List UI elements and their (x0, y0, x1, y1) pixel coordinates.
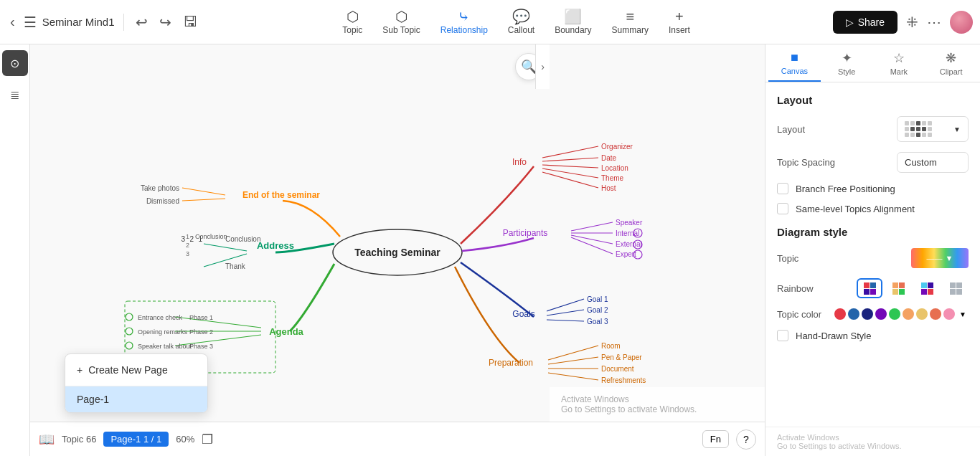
swatch-pink[interactable] (943, 308, 955, 320)
book-button[interactable]: 📖 (39, 432, 55, 447)
layout-selector[interactable]: ▼ (897, 116, 969, 142)
topic-tag[interactable]: Topic 66 (62, 434, 96, 445)
collapse-panel-button[interactable]: › (535, 44, 550, 89)
page-item[interactable]: Page-1 (65, 386, 207, 412)
plus-icon: + (77, 364, 83, 376)
branch-free-row: Branch Free Positioning (777, 183, 969, 194)
swatch-salmon[interactable] (930, 308, 941, 320)
topic-style-preview-gradient: —— (927, 254, 943, 262)
activate-settings-text: Go to Settings to activate Windows. (777, 442, 969, 450)
layout-prop-row: Layout (777, 116, 969, 142)
zoom-level[interactable]: 60% (176, 434, 194, 445)
user-avatar[interactable] (950, 11, 973, 34)
rainbow-option-3[interactable] (914, 278, 940, 298)
sidebar-outline-view[interactable]: ≣ (2, 82, 28, 108)
svg-text:End of the seminar: End of the seminar (242, 190, 320, 200)
topic-spacing-label: Topic Spacing (777, 157, 835, 168)
svg-text:Pen & Paper: Pen & Paper (601, 353, 642, 361)
grid-button[interactable]: ⁜ (906, 14, 918, 31)
swatch-darkblue[interactable] (862, 308, 873, 320)
style-tab-icon: ✦ (842, 50, 852, 66)
sidebar-mindmap-view[interactable]: ⊙ (2, 50, 28, 76)
toolbar-insert[interactable]: + Insert (669, 9, 690, 35)
rainbow-option-4[interactable] (943, 278, 969, 298)
tab-mark[interactable]: ☆ Mark (873, 44, 925, 82)
diagram-style-title: Diagram style (777, 226, 969, 238)
help-button[interactable]: ? (736, 429, 756, 450)
color-swatch-more-button[interactable]: ▼ (957, 308, 969, 320)
swatch-purple[interactable] (875, 308, 887, 320)
swatch-red[interactable] (834, 308, 846, 320)
toolbar-topic[interactable]: ⬡ Topic (342, 9, 362, 35)
swatch-orange[interactable] (903, 308, 914, 320)
topic-style-selector[interactable]: —— ▼ (911, 248, 969, 268)
svg-text:External: External (616, 240, 642, 248)
save-button[interactable]: 🖫 (180, 11, 200, 33)
activate-title: Activate Windows (561, 394, 753, 404)
toolbar-subtopic-label: Sub Topic (382, 25, 420, 35)
mark-tab-label: Mark (890, 67, 908, 76)
topic-spacing-row: Topic Spacing Custom (777, 152, 969, 173)
create-new-page-button[interactable]: + Create New Page (65, 354, 207, 386)
svg-text:Goals: Goals (512, 309, 534, 319)
tab-clipart[interactable]: ❋ Clipart (925, 44, 977, 82)
toolbar-insert-label: Insert (669, 25, 690, 35)
svg-text:1: 1 (186, 233, 189, 240)
page-label: Page-1 (110, 434, 141, 445)
toolbar-summary[interactable]: ≡ Summary (612, 9, 649, 35)
boundary-icon: ⬜ (564, 9, 582, 24)
svg-text:Room: Room (601, 342, 621, 350)
toolbar-relationship[interactable]: ⤷ Relationship (440, 9, 488, 35)
header-right: ▷ Share ⁜ ⋯ (833, 11, 973, 34)
menu-button[interactable]: ☰ (24, 14, 37, 31)
toolbar-callout-label: Callout (508, 25, 534, 35)
page-indicator[interactable]: Page-1 1 / 1 (103, 432, 169, 447)
svg-text:Document: Document (601, 365, 634, 373)
topic-color-label: Topic color (777, 309, 821, 320)
share-button[interactable]: ▷ Share (833, 11, 897, 34)
redo-button[interactable]: ↪ (156, 11, 174, 34)
tab-canvas[interactable]: ■ Canvas (768, 44, 821, 82)
svg-text:Entrance check: Entrance check (138, 314, 183, 321)
share-label: Share (858, 16, 885, 28)
toolbar-subtopic[interactable]: ⬡ Sub Topic (382, 9, 420, 35)
bottom-bar: 📖 Topic 66 Page-1 1 / 1 60% ❐ Fn ? (30, 422, 765, 456)
toolbar-topic-label: Topic (342, 25, 362, 35)
swatch-yellow[interactable] (916, 308, 928, 320)
hand-drawn-checkbox[interactable] (777, 330, 788, 341)
more-button[interactable]: ⋯ (927, 14, 941, 31)
svg-text:Opening remarks: Opening remarks (138, 328, 188, 336)
back-button[interactable]: ‹ (7, 11, 18, 33)
main-area: ⊙ ≣ Teaching Seminar Info Organizer Date… (0, 44, 980, 456)
swatch-blue[interactable] (848, 308, 859, 320)
swatch-green[interactable] (889, 308, 900, 320)
canvas-area: Teaching Seminar Info Organizer Date Loc… (30, 44, 765, 456)
svg-text:Expert: Expert (616, 250, 636, 258)
tab-style[interactable]: ✦ Style (821, 44, 873, 82)
topic-spacing-selector[interactable]: Custom (897, 152, 969, 173)
toolbar-boundary[interactable]: ⬜ Boundary (555, 9, 591, 35)
rainbow-option-1[interactable] (857, 278, 882, 298)
svg-text:Dismissed: Dismissed (146, 197, 179, 205)
right-panel-activate: Activate Windows Go to Settings to activ… (765, 427, 980, 456)
summary-icon: ≡ (626, 9, 634, 24)
undo-button[interactable]: ↩ (133, 11, 151, 34)
toolbar: ⬡ Topic ⬡ Sub Topic ⤷ Relationship 💬 Cal… (200, 9, 833, 35)
svg-text:Organizer: Organizer (601, 143, 633, 151)
same-level-row: Same-level Topics Alignment (777, 203, 969, 214)
topic-spacing-value: Custom (905, 157, 937, 168)
color-swatches: ▼ (834, 308, 969, 320)
rainbow-row: Rainbow (777, 278, 969, 298)
branch-free-checkbox[interactable] (777, 183, 788, 194)
toolbar-callout[interactable]: 💬 Callout (508, 9, 534, 35)
fullscreen-button[interactable]: ❐ (202, 432, 213, 447)
same-level-checkbox[interactable] (777, 203, 788, 214)
svg-text:Conclusion: Conclusion (195, 233, 227, 240)
clipart-tab-label: Clipart (940, 67, 963, 76)
svg-text:Goal 1: Goal 1 (587, 295, 608, 303)
svg-text:Location: Location (601, 164, 628, 172)
fn-button[interactable]: Fn (702, 430, 729, 448)
clipart-tab-icon: ❋ (946, 50, 956, 66)
hand-drawn-row: Hand-Drawn Style (777, 330, 969, 341)
rainbow-option-2[interactable] (885, 278, 911, 298)
